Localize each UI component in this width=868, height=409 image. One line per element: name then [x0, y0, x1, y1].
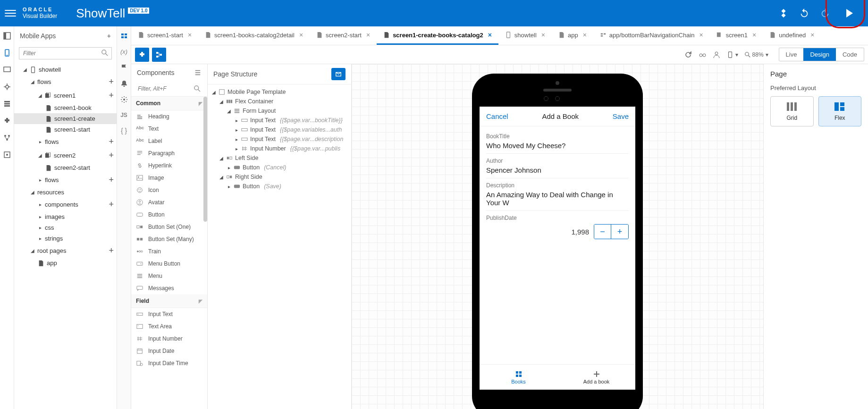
- close-icon[interactable]: ×: [699, 31, 703, 39]
- components-toggle[interactable]: [135, 48, 149, 62]
- glasses-icon[interactable]: [699, 51, 706, 58]
- run-button[interactable]: [841, 7, 859, 19]
- bell-icon[interactable]: [120, 80, 128, 87]
- close-icon[interactable]: ×: [810, 31, 814, 39]
- input-author[interactable]: Spencer Johnson: [486, 166, 629, 174]
- comp-buttonset-many[interactable]: Button Set (Many): [131, 233, 207, 245]
- cancel-button[interactable]: Cancel: [486, 112, 508, 120]
- tab-navchain[interactable]: app/bottomBarNavigationChain×: [593, 26, 710, 45]
- tab-app[interactable]: app×: [552, 26, 593, 45]
- struct-it1[interactable]: ▸Input Text{{$page.var...bookTitle}}: [208, 116, 351, 125]
- tree-screen1-create[interactable]: screen1-create: [14, 113, 117, 124]
- close-icon[interactable]: ×: [188, 31, 192, 39]
- extension-icon[interactable]: [3, 117, 11, 125]
- comp-textarea[interactable]: Text Area: [131, 320, 207, 333]
- js-icon[interactable]: JS: [120, 112, 127, 118]
- comp-label[interactable]: AbcLabel: [131, 135, 207, 147]
- comp-button[interactable]: Button: [131, 209, 207, 221]
- struct-left[interactable]: ◢Left Side: [208, 153, 351, 163]
- desktop-icon[interactable]: [3, 66, 11, 74]
- comp-hyperlink[interactable]: Hyperlink: [131, 159, 207, 172]
- tree-components[interactable]: ▸components+: [14, 198, 117, 211]
- tree-screen1-book[interactable]: screen1-book: [14, 102, 117, 113]
- flag-icon[interactable]: [120, 64, 128, 71]
- nav-books[interactable]: Books: [480, 365, 557, 390]
- comp-buttonset-one[interactable]: Button Set (One): [131, 221, 207, 233]
- tree-flows2[interactable]: ▸flows+: [14, 135, 117, 149]
- zoom-control[interactable]: 88%▾: [745, 51, 768, 58]
- add-app-button[interactable]: +: [107, 32, 111, 40]
- tree-resources[interactable]: ◢resources: [14, 187, 117, 198]
- comp-avatar[interactable]: Avatar: [131, 196, 207, 209]
- stepper-plus[interactable]: +: [611, 225, 628, 239]
- mode-design[interactable]: Design: [803, 48, 835, 61]
- comp-paragraph[interactable]: Paragraph: [131, 147, 207, 159]
- comp-input-number[interactable]: Input Number: [131, 333, 207, 345]
- tree-app[interactable]: app: [14, 258, 117, 268]
- redo-icon[interactable]: [820, 8, 830, 18]
- diamond-icon[interactable]: [778, 8, 789, 18]
- tab-screen1-start[interactable]: screen1-start×: [131, 26, 198, 45]
- tree-screen1-start[interactable]: screen1-start: [14, 124, 117, 135]
- json-icon[interactable]: { }: [121, 127, 127, 134]
- comp-icon[interactable]: Icon: [131, 184, 207, 196]
- nav-add-book[interactable]: Add a book: [557, 365, 635, 390]
- stepper-minus[interactable]: −: [594, 225, 611, 239]
- panel-icon[interactable]: [3, 32, 11, 40]
- tree-css[interactable]: ▸css: [14, 222, 117, 233]
- device-selector[interactable]: ▾: [727, 51, 738, 58]
- tab-screen2-start[interactable]: screen2-start×: [310, 26, 377, 45]
- list-icon[interactable]: [194, 69, 202, 76]
- tree-flows[interactable]: ◢flows+: [14, 75, 117, 89]
- layout-grid[interactable]: Grid: [770, 96, 814, 126]
- tab-create-catalog2[interactable]: screen1-create-books-catalog2×: [377, 26, 498, 45]
- comp-messages[interactable]: Messages: [131, 282, 207, 294]
- save-button[interactable]: Save: [613, 112, 629, 120]
- tree-strings[interactable]: ▸strings: [14, 233, 117, 244]
- group-field[interactable]: Field◤: [131, 294, 207, 308]
- tree-showtell[interactable]: ◢showtell: [14, 64, 117, 75]
- layout-flex[interactable]: Flex: [818, 96, 862, 126]
- source-icon[interactable]: [3, 151, 11, 159]
- variables-icon[interactable]: (x): [120, 48, 127, 55]
- tab-screen1[interactable]: screen1×: [710, 26, 763, 45]
- comp-train[interactable]: Train: [131, 245, 207, 258]
- close-icon[interactable]: ×: [583, 31, 587, 39]
- toggle-icon[interactable]: [120, 32, 128, 40]
- comp-input-datetime[interactable]: Input Date Time: [131, 357, 207, 369]
- tree-images[interactable]: ▸images: [14, 211, 117, 222]
- design-canvas[interactable]: Cancel Add a Book Save BookTitleWho Move…: [352, 64, 763, 409]
- mode-live[interactable]: Live: [779, 48, 804, 61]
- mobile-icon[interactable]: [3, 49, 11, 57]
- tree-screen1[interactable]: ◢screen1+: [14, 89, 117, 102]
- close-icon[interactable]: ×: [366, 31, 370, 39]
- close-icon[interactable]: ×: [488, 31, 492, 39]
- comp-text[interactable]: AbcText: [131, 123, 207, 135]
- comp-heading[interactable]: Heading: [131, 110, 207, 123]
- input-description[interactable]: An Amazing Way to Deal with Change in Yo…: [486, 191, 629, 207]
- struct-in[interactable]: ▸Input Number{{$page.var...publis: [208, 144, 351, 153]
- comp-menubutton[interactable]: Menu Button: [131, 258, 207, 270]
- tab-showtell[interactable]: showtell×: [498, 26, 552, 45]
- struct-cancel[interactable]: ▸Button(Cancel): [208, 163, 351, 172]
- search-icon[interactable]: [101, 50, 108, 56]
- nav-filter-input[interactable]: [19, 47, 112, 59]
- connections-icon[interactable]: [3, 83, 11, 91]
- tree-flows3[interactable]: ▸flows+: [14, 173, 117, 187]
- struct-form[interactable]: ◢Form Layout: [208, 106, 351, 116]
- struct-flex[interactable]: ◢Flex Container: [208, 97, 351, 106]
- comp-input-text[interactable]: Input Text: [131, 308, 207, 320]
- input-publishdate[interactable]: 1,998: [571, 228, 589, 236]
- struct-mpt[interactable]: ◢Mobile Page Template: [208, 87, 351, 97]
- tree-screen2[interactable]: ◢screen2+: [14, 149, 117, 162]
- search-icon[interactable]: [194, 85, 201, 92]
- comp-input-date[interactable]: Input Date: [131, 345, 207, 357]
- user-icon[interactable]: [713, 51, 720, 58]
- gear-icon[interactable]: [120, 96, 128, 103]
- inbox-icon[interactable]: [331, 68, 346, 80]
- comp-image[interactable]: Image: [131, 172, 207, 184]
- struct-it2[interactable]: ▸Input Text{{$page.variables...auth: [208, 125, 351, 134]
- input-booktitle[interactable]: Who Moved My Cheese?: [486, 142, 629, 150]
- close-icon[interactable]: ×: [752, 31, 756, 39]
- undo-icon[interactable]: [799, 8, 809, 18]
